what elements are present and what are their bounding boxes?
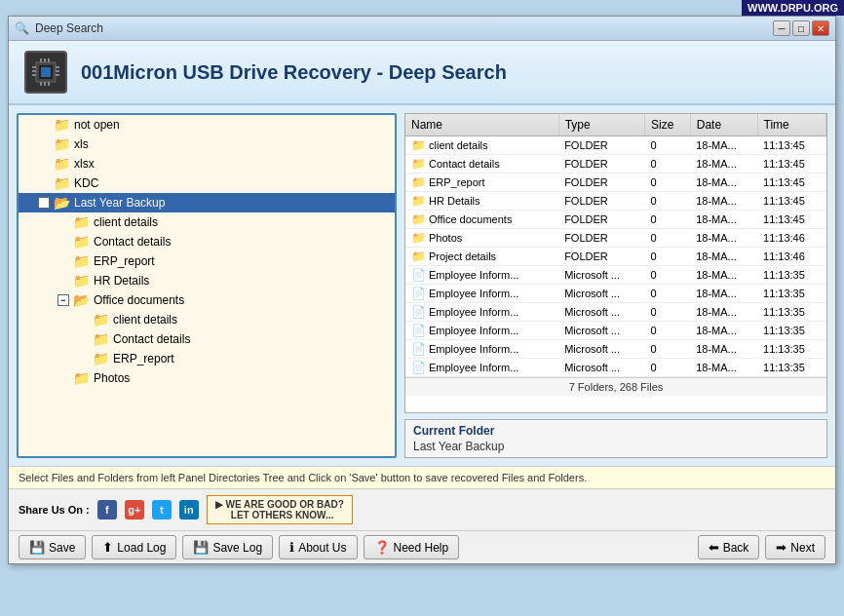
save-button[interactable]: 💾 Save [19,535,86,559]
table-row[interactable]: 📄Employee Inform... Microsoft ... 0 18-M… [405,340,826,359]
cell-time: 11:13:45 [757,136,825,155]
svg-rect-12 [40,82,42,86]
tree-item-xls[interactable]: 📁 xls [19,135,395,154]
col-date[interactable]: Date [690,114,757,136]
table-row[interactable]: 📄Employee Inform... Microsoft ... 0 18-M… [405,359,826,377]
table-summary: 7 Folders, 268 Files [405,377,826,396]
table-row[interactable]: 📁Photos FOLDER 0 18-MA... 11:13:46 [405,229,826,248]
cell-type: FOLDER [558,229,644,248]
cell-date: 18-MA... [690,192,757,211]
tree-label: ERP_report [113,352,174,366]
about-us-button[interactable]: ℹ About Us [279,535,357,559]
table-row[interactable]: 📁Office documents FOLDER 0 18-MA... 11:1… [405,211,826,229]
cell-size: 0 [645,173,691,192]
tree-item-photos[interactable]: 📁 Photos [19,368,395,388]
help-label: Need Help [394,541,449,555]
cell-date: 18-MA... [690,248,757,266]
table-row[interactable]: 📄Employee Inform... Microsoft ... 0 18-M… [405,285,826,303]
file-table-wrap[interactable]: Name Type Size Date Time 📁client details… [404,113,827,413]
cell-name: 📄Employee Inform... [405,266,558,285]
tree-panel[interactable]: 📁 not open 📁 xls 📁 xlsx 📁 KDC [17,113,397,458]
tree-item-hr-details[interactable]: 📁 HR Details [19,271,395,290]
watermark: WWW.DRPU.ORG [742,0,844,16]
save-log-button[interactable]: 💾 Save Log [182,535,273,559]
back-button[interactable]: ⬅ Back [698,535,760,559]
close-button[interactable]: ✕ [812,20,829,36]
file-icon: 📄 [411,305,426,319]
title-bar: 🔍 Deep Search ─ □ ✕ [9,17,835,41]
twitter-icon[interactable]: t [152,500,172,520]
folder-icon: 📁 [54,175,70,191]
about-icon: ℹ [289,540,294,555]
svg-rect-6 [56,66,59,68]
table-row[interactable]: 📄Employee Inform... Microsoft ... 0 18-M… [405,303,826,322]
cell-name: 📄Employee Inform... [405,322,558,340]
tree-item-erp-report[interactable]: 📁 ERP_report [19,251,395,271]
feedback-button[interactable]: ▶ WE ARE GOOD OR BAD? LET OTHERS KNOW... [207,495,353,524]
cell-size: 0 [645,266,691,285]
need-help-button[interactable]: ❓ Need Help [364,535,460,559]
collapse-icon[interactable]: − [38,197,50,209]
cell-name: 📁client details [405,136,558,155]
col-type[interactable]: Type [558,114,644,136]
next-icon: ➡ [776,540,786,555]
cell-size: 0 [645,340,691,359]
table-row[interactable]: 📁client details FOLDER 0 18-MA... 11:13:… [405,136,826,155]
table-row[interactable]: 📁HR Details FOLDER 0 18-MA... 11:13:45 [405,192,826,211]
file-table: Name Type Size Date Time 📁client details… [405,114,826,377]
tree-item-erp-report-sub[interactable]: 📁 ERP_report [19,349,395,368]
tree-item-kdc[interactable]: 📁 KDC [19,173,395,193]
maximize-button[interactable]: □ [792,20,810,36]
help-icon: ❓ [374,540,390,555]
col-size[interactable]: Size [645,114,691,136]
next-button[interactable]: ➡ Next [765,535,825,559]
cell-size: 0 [645,248,691,266]
cell-date: 18-MA... [690,211,757,229]
tree-item-office-documents[interactable]: − 📂 Office documents [19,290,395,310]
tree-label: ERP_report [94,254,155,268]
table-row[interactable]: 📁Contact details FOLDER 0 18-MA... 11:13… [405,155,826,173]
tree-item-contact-details[interactable]: 📁 Contact details [19,232,395,251]
tree-item-contact-details-sub[interactable]: 📁 Contact details [19,329,395,349]
file-icon: 📁 [411,157,426,171]
cell-name: 📁Office documents [405,211,558,229]
linkedin-icon[interactable]: in [179,500,199,520]
bottom-bar: 💾 Save ⬆ Load Log 💾 Save Log ℹ About Us … [9,530,835,563]
tree-label: KDC [74,176,98,190]
save-icon: 💾 [29,540,45,555]
tree-label: xls [74,137,89,151]
cell-size: 0 [645,192,691,211]
table-row[interactable]: 📄Employee Inform... Microsoft ... 0 18-M… [405,266,826,285]
folder-icon: 📁 [73,234,90,250]
tree-label: client details [94,215,158,229]
cell-name: 📁ERP_report [405,173,558,192]
cell-date: 18-MA... [690,359,757,377]
cell-size: 0 [645,136,691,155]
folder-icon: 📁 [73,273,90,289]
svg-rect-11 [48,58,50,62]
tree-item-client-details[interactable]: 📁 client details [19,212,395,232]
cell-time: 11:13:35 [757,303,825,322]
load-log-button[interactable]: ⬆ Load Log [92,535,176,559]
tree-item-not-open[interactable]: 📁 not open [19,115,395,135]
tree-item-last-year-backup[interactable]: − 📂 Last Year Backup [19,193,395,212]
cell-time: 11:13:45 [757,173,825,192]
googleplus-icon[interactable]: g+ [125,500,144,520]
col-name[interactable]: Name [405,114,558,136]
tree-item-client-details-sub[interactable]: 📁 client details [19,310,395,329]
table-row[interactable]: 📁ERP_report FOLDER 0 18-MA... 11:13:45 [405,173,826,192]
col-time[interactable]: Time [757,114,825,136]
file-icon: 📁 [411,175,426,189]
cell-type: FOLDER [558,155,644,173]
table-row[interactable]: 📁Project details FOLDER 0 18-MA... 11:13… [405,248,826,266]
app-title: 001Micron USB Drive Recovery - Deep Sear… [81,61,507,84]
collapse-icon[interactable]: − [58,294,69,306]
minimize-button[interactable]: ─ [773,20,790,36]
tree-item-xlsx[interactable]: 📁 xlsx [19,154,395,173]
facebook-icon[interactable]: f [97,500,117,520]
hint-text: Select Files and Folders from left Panel… [19,472,587,483]
cell-type: FOLDER [558,173,644,192]
table-row[interactable]: 📄Employee Inform... Microsoft ... 0 18-M… [405,322,826,340]
cell-size: 0 [645,155,691,173]
folder-icon: 📁 [73,214,90,230]
